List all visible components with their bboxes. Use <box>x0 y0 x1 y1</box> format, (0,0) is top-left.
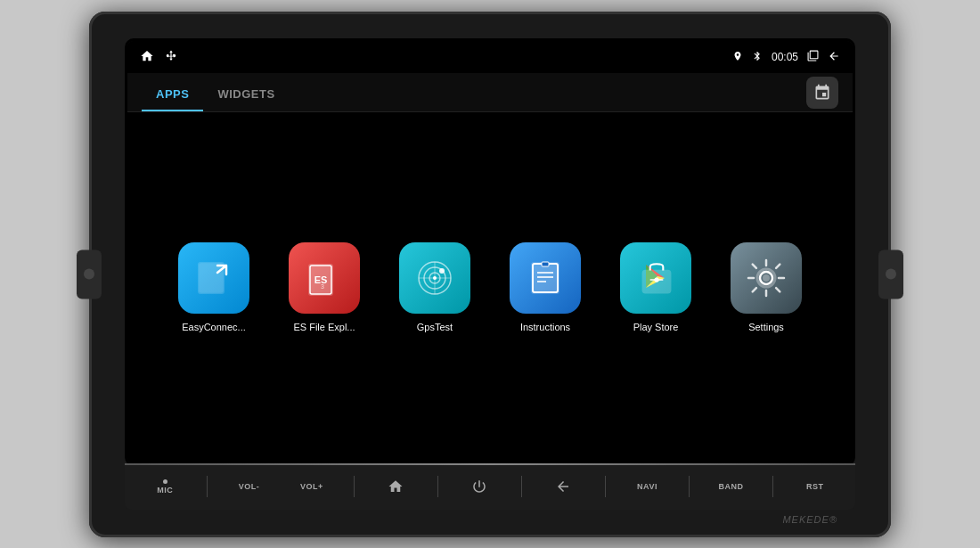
app-gpstest[interactable]: GpsTest <box>390 242 479 333</box>
app-playstore[interactable]: Play Store <box>611 242 700 333</box>
divider-2 <box>354 476 355 497</box>
tab-bar: APPS WIDGETS <box>127 73 853 112</box>
ctrl-rst[interactable]: RST <box>794 482 837 491</box>
esfile-icon: ES 3 <box>289 242 360 314</box>
rst-label: RST <box>806 482 824 491</box>
vol-minus-label: VOL- <box>239 482 260 491</box>
ctrl-mic[interactable]: MIC <box>143 479 186 495</box>
app-instructions[interactable]: Instructions <box>501 242 590 333</box>
tab-widgets[interactable]: WIDGETS <box>203 78 289 111</box>
svg-rect-18 <box>542 262 549 266</box>
tab-left: APPS WIDGETS <box>142 73 290 111</box>
back-btn-icon <box>555 478 571 495</box>
device-body: 00:05 <box>89 12 891 537</box>
settings-label: Settings <box>748 321 784 333</box>
divider-1 <box>207 476 208 497</box>
instructions-icon <box>510 242 581 314</box>
home-btn-icon <box>388 478 404 495</box>
band-label: BAND <box>719 482 744 491</box>
divider-7 <box>772 476 773 497</box>
svg-point-12 <box>433 276 437 280</box>
bottom-controls: MIC VOL- VOL+ NAVI <box>125 463 855 510</box>
svg-point-25 <box>763 274 770 282</box>
ctrl-home[interactable] <box>374 478 417 495</box>
vol-plus-label: VOL+ <box>300 482 323 491</box>
brand-watermark: MEKEDE® <box>782 514 837 525</box>
status-bar: 00:05 <box>127 41 853 73</box>
ctrl-power[interactable] <box>458 478 501 495</box>
store-icon-button[interactable] <box>806 77 838 109</box>
app-settings[interactable]: Settings <box>722 242 811 333</box>
screen-bezel: 00:05 <box>125 38 855 466</box>
screen: 00:05 <box>127 41 853 463</box>
tab-apps[interactable]: APPS <box>142 78 203 111</box>
ctrl-navi[interactable]: NAVI <box>625 482 668 491</box>
location-icon <box>732 50 743 64</box>
apps-row: EasyConnec... ES 3 ES File Expl. <box>169 242 811 333</box>
navi-label: NAVI <box>637 482 657 491</box>
power-btn-icon <box>471 478 487 495</box>
divider-3 <box>437 476 438 497</box>
instructions-label: Instructions <box>520 321 570 333</box>
app-easyconnect[interactable]: EasyConnec... <box>169 242 258 333</box>
svg-rect-1 <box>200 264 223 292</box>
divider-5 <box>605 476 606 497</box>
bracket-right <box>878 249 903 299</box>
ctrl-vol-plus[interactable]: VOL+ <box>290 482 333 491</box>
easyconnect-icon <box>178 242 249 314</box>
ctrl-back[interactable] <box>542 478 584 495</box>
mic-label: MIC <box>157 486 173 495</box>
multitask-icon <box>807 50 819 64</box>
mic-dot <box>163 479 167 484</box>
usb-icon <box>165 50 177 65</box>
bracket-left <box>77 249 102 299</box>
svg-point-11 <box>439 268 445 274</box>
playstore-icon <box>620 242 691 314</box>
status-right: 00:05 <box>732 50 840 65</box>
esfile-label: ES File Expl... <box>293 321 355 333</box>
ctrl-vol-minus[interactable]: VOL- <box>227 482 270 491</box>
app-esfile[interactable]: ES 3 ES File Expl... <box>280 242 369 333</box>
gpstest-icon <box>399 242 470 314</box>
playstore-label: Play Store <box>633 321 679 333</box>
back-icon[interactable] <box>828 50 840 65</box>
time-display: 00:05 <box>772 51 798 63</box>
ctrl-band[interactable]: BAND <box>710 482 753 491</box>
app-grid: EasyConnec... ES 3 ES File Expl. <box>127 112 853 463</box>
settings-icon <box>731 242 802 314</box>
bluetooth-icon <box>752 50 763 64</box>
svg-point-22 <box>654 277 658 282</box>
easyconnect-label: EasyConnec... <box>182 321 246 333</box>
status-left <box>140 49 177 66</box>
svg-text:3: 3 <box>321 283 324 290</box>
gpstest-label: GpsTest <box>417 321 453 333</box>
divider-6 <box>689 476 690 497</box>
divider-4 <box>521 476 522 497</box>
home-icon <box>140 49 154 66</box>
